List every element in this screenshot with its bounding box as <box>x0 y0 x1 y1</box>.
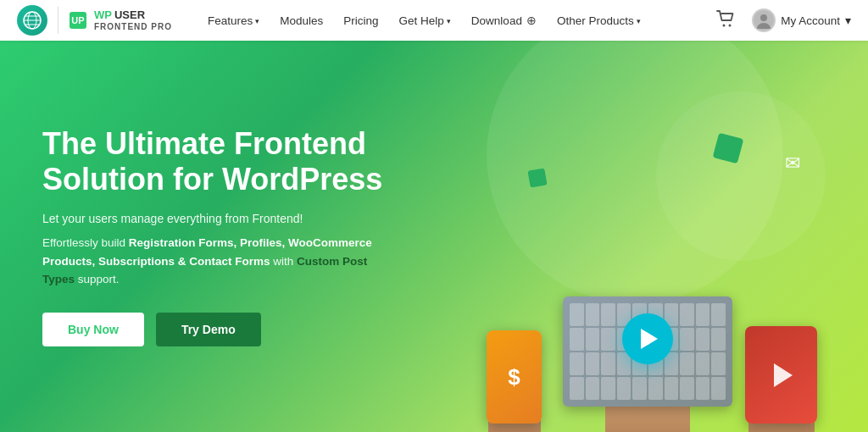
hero-section: The Ultimate Frontend Solution for WordP… <box>0 41 868 432</box>
nav-item-pricing[interactable]: Pricing <box>333 0 388 41</box>
avatar <box>752 8 776 32</box>
play-triangle-icon <box>641 329 658 349</box>
buy-now-button[interactable]: Buy Now <box>42 313 144 346</box>
navbar: UP WP USER FRONTEND PRO Features ▾ Modul… <box>0 0 868 41</box>
nav-item-modules[interactable]: Modules <box>270 0 333 41</box>
play-button[interactable] <box>622 313 673 364</box>
nav-item-get-help[interactable]: Get Help ▾ <box>389 0 461 41</box>
account-caret-icon: ▾ <box>845 14 851 27</box>
nav-item-other-products[interactable]: Other Products ▾ <box>547 0 651 41</box>
features-caret-icon: ▾ <box>255 17 259 25</box>
tablet-play-icon <box>774 363 793 387</box>
hero-desc: Effortlessly build Registration Forms, P… <box>42 234 398 289</box>
try-demo-button[interactable]: Try Demo <box>156 313 261 346</box>
nav-right: My Account ▾ <box>713 7 851 35</box>
envelope-icon: ✉ <box>785 152 800 174</box>
tablet-device <box>745 326 817 424</box>
logo-up-icon: UP <box>69 11 87 30</box>
nav-item-features[interactable]: Features ▾ <box>198 0 270 41</box>
logo-divider <box>58 7 58 34</box>
hero-buttons: Buy Now Try Demo <box>42 313 424 346</box>
wp-icon: ⊕ <box>526 14 537 27</box>
other-products-caret-icon: ▾ <box>637 17 641 25</box>
get-help-caret-icon: ▾ <box>447 17 451 25</box>
bg-circle-med <box>656 91 826 261</box>
svg-point-8 <box>729 24 732 26</box>
dollar-icon: $ <box>508 364 520 390</box>
svg-point-7 <box>723 24 726 26</box>
logo-text: WP USER FRONTEND PRO <box>94 9 172 30</box>
phone-device: $ <box>487 330 542 424</box>
nav-item-download[interactable]: Download ⊕ <box>461 0 547 41</box>
tablet-screen <box>745 326 817 424</box>
cart-button[interactable] <box>713 7 738 35</box>
hero-content: The Ultimate Frontend Solution for WordP… <box>0 41 424 432</box>
phone-screen: $ <box>487 330 542 424</box>
nav-links: Features ▾ Modules Pricing Get Help ▾ Do… <box>198 0 713 41</box>
float-shape-2 <box>527 168 547 187</box>
hero-title: The Ultimate Frontend Solution for WordP… <box>42 126 424 197</box>
logo-icon <box>17 5 47 36</box>
account-label: My Account <box>781 14 840 27</box>
hero-subtitle: Let your users manage everything from Fr… <box>42 212 424 225</box>
svg-point-10 <box>760 14 767 21</box>
logo[interactable]: UP WP USER FRONTEND PRO <box>17 5 172 36</box>
account-button[interactable]: My Account ▾ <box>752 8 851 32</box>
svg-text:UP: UP <box>71 15 84 25</box>
